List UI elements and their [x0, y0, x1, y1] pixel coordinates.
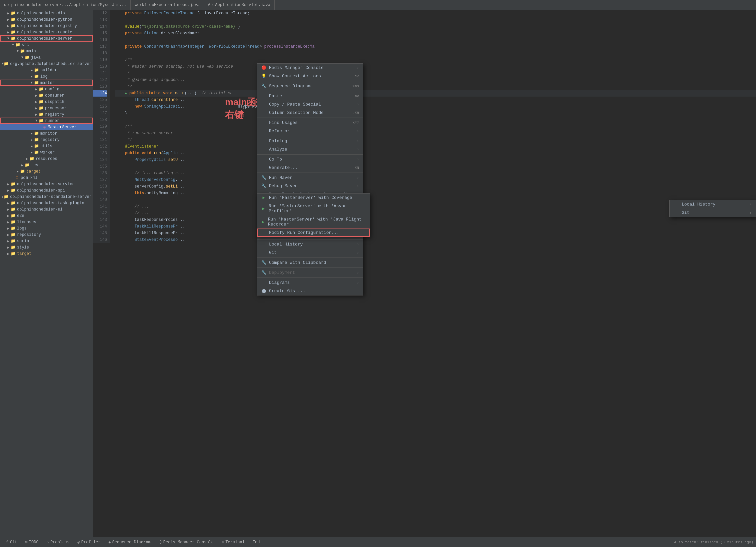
sidebar-item-registry2[interactable]: ▶ 📁 registry: [0, 137, 93, 143]
sidebar-item-script[interactable]: ▶ 📁 script: [0, 238, 93, 244]
bottom-tool-git[interactable]: ⎇ Git: [3, 540, 19, 545]
bottom-tool-profiler[interactable]: ◎ Profiler: [76, 540, 102, 545]
tab-application[interactable]: dolphinscheduler-server/.../application/…: [0, 0, 131, 10]
sidebar-item-service[interactable]: ▶ 📁 dolphinscheduler-service: [0, 181, 93, 187]
sidebar-item-target2[interactable]: ▶ 📁 target: [0, 251, 93, 257]
menu-item-run-async-profiler[interactable]: ▶ Run 'MasterServer' with 'Async Profile…: [257, 202, 370, 215]
code-line-119: /**: [115, 57, 756, 63]
sidebar-item-repository[interactable]: ▶ 📁 repository: [0, 232, 93, 238]
menu-item-show-context[interactable]: 💡 Show Context Actions ⌥↩: [257, 72, 363, 80]
menu-label: Run 'MasterServer' with 'Async Profiler': [269, 204, 366, 214]
sidebar-item-dispatch[interactable]: ▶ 📁 dispatch: [0, 99, 93, 105]
sidebar-item-registry1[interactable]: ▶ 📁 registry: [0, 111, 93, 118]
code-editor: 112 113 114 115 116 117 118 119 120 121 …: [93, 10, 756, 537]
menu-label: Run 'MasterServer' with Coverage: [269, 195, 352, 200]
shortcut: ⌥F7: [352, 121, 359, 125]
tab-label: WorkflowExecutorThread.java: [135, 3, 199, 7]
bottom-tool-problems[interactable]: ⚠ Problems: [45, 540, 71, 545]
panel-local-history-item[interactable]: Local History ›: [670, 200, 756, 209]
menu-item-generate[interactable]: Generate... ⌘N: [257, 164, 363, 172]
code-line-121: *: [115, 70, 756, 77]
panel-git-item[interactable]: Git ›: [670, 209, 756, 217]
sidebar-item-dist[interactable]: ▶ 📁 dolphinscheduler-dist: [0, 10, 93, 16]
sidebar-item-test[interactable]: ▶ 📁 test: [0, 162, 93, 168]
menu-item-run-maven[interactable]: 🔧 Run Maven ›: [257, 174, 363, 182]
bottom-tool-todo[interactable]: ☑ TODO: [24, 540, 40, 545]
sidebar-item-task-plugin[interactable]: ▶ 📁 dolphinscheduler-task-plugin: [0, 200, 93, 206]
git-icon: ⎇: [4, 540, 9, 545]
menu-item-paste[interactable]: Paste ⌘V: [257, 92, 363, 100]
sidebar-item-consumer[interactable]: ▶ 📁 consumer: [0, 92, 93, 99]
sidebar-item-master[interactable]: ▼ 📁 master: [0, 80, 93, 86]
sidebar-item-label: MasterServer: [48, 125, 76, 130]
sidebar-item-resources[interactable]: ▶ 📁 resources: [0, 156, 93, 162]
code-lines: private FailoverExecuteThread failoverEx…: [110, 10, 756, 243]
menu-item-run-coverage[interactable]: ▶ Run 'MasterServer' with Coverage: [257, 194, 370, 202]
menu-item-refactor[interactable]: Refactor ›: [257, 127, 363, 135]
menu-item-find-usages[interactable]: Find Usages ⌥F7: [257, 119, 363, 127]
tab-api[interactable]: ApiApplicationServlet.java: [204, 0, 275, 10]
sidebar-item-org[interactable]: ▼ 📁 org.apache.dolphinscheduler.server: [0, 61, 93, 67]
bottom-tool-redis[interactable]: ⬡ Redis Manager Console: [157, 540, 215, 545]
submenu-arrow: ›: [357, 103, 359, 107]
sidebar-item-style[interactable]: ▶ 📁 style: [0, 244, 93, 251]
sidebar-item-registry[interactable]: ▶ 📁 dolphinscheduler-registry: [0, 23, 93, 29]
sequence-label: Sequence Diagram: [112, 540, 151, 545]
sidebar-item-src[interactable]: ▼ 📁 src: [0, 42, 93, 48]
sidebar-item-spi[interactable]: ▶ 📁 dolphinscheduler-spi: [0, 187, 93, 194]
menu-item-run-flight-recorder[interactable]: ▶ Run 'MasterServer' with 'Java Flight R…: [257, 215, 370, 229]
menu-item-go-to[interactable]: Go To ›: [257, 155, 363, 164]
sidebar-item-masterserver[interactable]: ◉ MasterServer: [0, 124, 93, 130]
sidebar-item-licenses[interactable]: ▶ 📁 licenses: [0, 219, 93, 225]
sidebar-item-ui[interactable]: ▶ 📁 dolphinscheduler-ui: [0, 206, 93, 213]
menu-item-folding[interactable]: Folding ›: [257, 137, 363, 145]
sidebar-item-remote[interactable]: ▶ 📁 dolphinscheduler-remote: [0, 29, 93, 35]
folder-icon: 📁: [11, 11, 16, 16]
code-line-131: */: [115, 137, 756, 143]
sidebar-item-logs[interactable]: ▶ 📁 logs: [0, 225, 93, 232]
sidebar-item-server[interactable]: ▼ 📁 dolphinscheduler-server: [0, 35, 93, 42]
menu-item-create-gist[interactable]: ⬤ Create Gist...: [257, 287, 363, 295]
submenu-arrow: ›: [357, 158, 359, 162]
sidebar-item-worker[interactable]: ▶ 📁 worker: [0, 149, 93, 156]
menu-item-analyze[interactable]: Analyze ›: [257, 145, 363, 154]
sidebar-item-e2e[interactable]: ▶ 📁 e2e: [0, 213, 93, 219]
bottom-tool-end[interactable]: End...: [251, 540, 268, 545]
folder-icon: 📁: [34, 144, 39, 149]
git-label: Git: [10, 540, 17, 545]
menu-item-git[interactable]: Git ›: [257, 249, 363, 257]
sidebar-item-target[interactable]: ▶ 📁 target: [0, 168, 93, 175]
menu-label: Show Context Actions: [269, 74, 321, 79]
tree-arrow: ▶: [25, 157, 29, 161]
menu-item-column-selection[interactable]: Column Selection Mode ⇧⌘8: [257, 109, 363, 117]
menu-item-modify-config[interactable]: Modify Run Configuration...: [257, 229, 370, 237]
menu-item-copy-paste-special[interactable]: Copy / Paste Special ›: [257, 100, 363, 109]
sidebar-item-pom[interactable]: 🗒 pom.xml: [0, 175, 93, 181]
sidebar-item-processor[interactable]: ▶ 📁 processor: [0, 105, 93, 111]
sidebar-item-utils[interactable]: ▶ 📁 utils: [0, 143, 93, 149]
sidebar-item-log[interactable]: ▶ 📁 log: [0, 73, 93, 80]
menu-item-debug-maven[interactable]: 🔧 Debug Maven ›: [257, 182, 363, 190]
sidebar-item-label: registry: [40, 138, 60, 142]
sidebar-item-builder[interactable]: ▶ 📁 builder: [0, 67, 93, 73]
sidebar-item-label: registry: [45, 112, 64, 117]
sidebar-item-label: dolphinscheduler-standalone-server: [10, 195, 92, 199]
tab-workflow[interactable]: WorkflowExecutorThread.java: [131, 0, 204, 10]
sidebar-item-config[interactable]: ▶ 📁 config: [0, 86, 93, 92]
sidebar-item-java[interactable]: ▼ 📁 java: [0, 54, 93, 61]
menu-item-local-history[interactable]: Local History ›: [257, 240, 363, 249]
terminal-icon: ⌨: [222, 540, 224, 545]
menu-item-redis-manager[interactable]: 🔴 Redis Manager Console ›: [257, 64, 363, 72]
sidebar-item-standalone[interactable]: ▶ 📁 dolphinscheduler-standalone-server: [0, 194, 93, 200]
sidebar-item-monitor[interactable]: ▶ 📁 monitor: [0, 130, 93, 137]
sidebar-item-runner[interactable]: ▼ 📁 runner: [0, 118, 93, 124]
tree-arrow: ▼: [11, 43, 15, 47]
menu-item-diagrams[interactable]: Diagrams ›: [257, 278, 363, 287]
bottom-tool-terminal[interactable]: ⌨ Terminal: [220, 540, 246, 545]
sidebar-item-main[interactable]: ▼ 📁 main: [0, 48, 93, 54]
sidebar-item-python[interactable]: ▶ 📁 dolphinscheduler-python: [0, 16, 93, 23]
bottom-tool-sequence[interactable]: ◈ Sequence Diagram: [107, 540, 152, 545]
shortcut: ⌘V: [355, 94, 359, 98]
menu-item-sequence[interactable]: 🔧 Sequence Diagram ⌥⌘S: [257, 82, 363, 90]
menu-item-compare-clipboard[interactable]: 🔧 Compare with Clipboard: [257, 259, 363, 267]
